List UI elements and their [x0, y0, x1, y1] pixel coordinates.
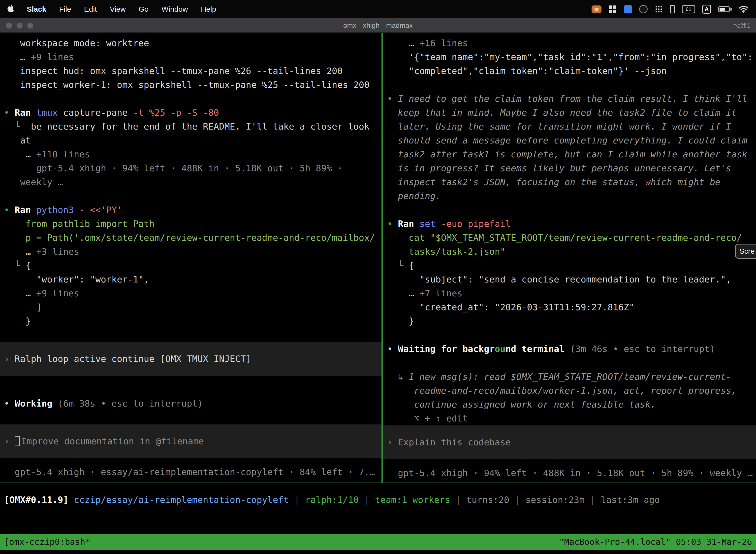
text-segment: +9 lines: [31, 52, 74, 62]
text-segment: readme-and-reco/mailbox/worker-1.json, a…: [387, 385, 737, 396]
window-title: omx --xhigh --madmax: [0, 18, 756, 33]
text-segment: "created_at": "2026-03-31T11:59:27.816Z": [387, 302, 634, 312]
text-segment: set: [420, 219, 441, 229]
text-segment: ou: [495, 344, 505, 354]
utility-icon[interactable]: [670, 4, 675, 15]
text-segment: "worker": "worker-1",: [4, 274, 149, 284]
terminal-line: "subject": "send a concise recommendatio…: [387, 273, 756, 286]
menu-item-edit[interactable]: Edit: [84, 5, 97, 13]
text-segment: …: [4, 246, 36, 257]
text-segment: |: [359, 495, 375, 505]
input-source-icon[interactable]: A: [702, 5, 711, 14]
terminal-line: cat "$OMX_TEAM_STATE_ROOT/team/review-cu…: [387, 231, 756, 245]
text-segment: └: [4, 121, 31, 131]
terminal-line: "created_at": "2026-03-31T11:59:27.816Z": [387, 300, 756, 314]
text-segment: cczip/essay/ai-reimplementation-copyleft: [74, 495, 289, 505]
text-segment: •: [387, 344, 398, 354]
terminal-line: … +3 lines: [4, 245, 381, 259]
right-pane[interactable]: … +16 lines '{"team_name":"my-team","tas…: [383, 33, 756, 483]
terminal-line: [387, 78, 756, 92]
dots-grid-icon[interactable]: [654, 4, 663, 15]
screenshot-popup[interactable]: Scre: [735, 244, 756, 259]
terminal-line: • Ran set -euo pipefail: [387, 217, 756, 231]
text-segment: last:3m ago: [601, 495, 660, 505]
terminal-line: inspect_worker-1: omx sparkshell --tmux-…: [4, 78, 381, 92]
menu-item-go[interactable]: Go: [139, 5, 148, 13]
tmux-session-label: [omx-cczip0:bash*: [4, 537, 90, 547]
text-segment: ›: [4, 436, 15, 446]
terminal-line: [4, 376, 381, 390]
text-segment: |: [509, 495, 525, 505]
battery-icon[interactable]: [718, 4, 732, 15]
text-cursor: [15, 436, 20, 446]
text-segment: inspect_worker-1: omx sparkshell --tmux-…: [4, 80, 370, 90]
text-segment: Waiting for backgr: [398, 344, 495, 354]
text-segment: }: [4, 316, 31, 326]
text-segment: tmux: [36, 107, 63, 118]
screen-recording-icon[interactable]: [591, 5, 602, 13]
menu-app-name[interactable]: Slack: [27, 5, 46, 13]
text-segment: •: [4, 107, 15, 118]
tmux-host-clock: "MacBook-Pro-44.local" 05:03 31-Mar-26: [559, 537, 752, 547]
menubar-status-icons: 61 A: [591, 4, 749, 15]
terminal-line: pending.: [387, 189, 756, 203]
terminal-line: "worker": "worker-1",: [4, 273, 381, 286]
text-segment: …: [4, 288, 36, 298]
text-segment: …: [4, 52, 31, 62]
text-segment: +9 lines: [36, 288, 79, 298]
ralph-loop-input[interactable]: › Ralph loop active continue [OMX_TMUX_I…: [0, 342, 381, 376]
text-segment: workspace_mode: worktree: [4, 38, 149, 48]
terminal-line: [4, 189, 381, 203]
terminal-line: [4, 328, 381, 342]
terminal-line: inspect_hud: omx sparkshell --tmux-pane …: [4, 64, 381, 78]
text-segment: at: [4, 135, 31, 146]
text-segment: I need to get the claim token from the c…: [398, 94, 747, 104]
pane-status-line: gpt-5.4 xhigh · 94% left · 488K in · 5.1…: [387, 466, 756, 480]
menu-item-help[interactable]: Help: [201, 5, 216, 13]
pane-status-line: gpt-5.4 xhigh · essay/ai-reimplementatio…: [4, 465, 381, 479]
terminal-line: later. Using the same for transition mig…: [387, 120, 756, 133]
text-segment: ]: [4, 302, 42, 312]
terminal-line: • I need to get the claim token from the…: [387, 92, 756, 106]
apple-menu[interactable]: [7, 4, 14, 14]
raycast-icon[interactable]: [624, 4, 632, 15]
terminal-line: p = Path('.omx/state/team/review-current…: [4, 231, 381, 245]
terminal-line: └ {: [387, 259, 756, 273]
terminal-line: [4, 458, 381, 465]
tmux-status-bar: [omx-cczip0:bash* "MacBook-Pro-44.local"…: [0, 534, 756, 550]
battery-percentage-icon[interactable]: 61: [682, 5, 695, 13]
menu-item-file[interactable]: File: [59, 5, 71, 13]
text-segment: ↳: [387, 372, 409, 382]
window-grid-icon[interactable]: [609, 4, 617, 15]
terminal-line: └ {: [4, 259, 381, 273]
wifi-icon[interactable]: [739, 4, 749, 15]
text-segment: -t %25 -p -S -80: [133, 107, 219, 118]
terminal-line: readme-and-reco/mailbox/worker-1.json, a…: [387, 384, 756, 398]
window-shortcut-hint: ⌥⌘1: [733, 18, 751, 33]
terminal-line: }: [387, 314, 756, 328]
pane-divider[interactable]: [381, 33, 383, 483]
text-segment: session:23m: [525, 495, 584, 505]
menu-item-view[interactable]: View: [110, 5, 126, 13]
menu-item-window[interactable]: Window: [162, 5, 188, 13]
text-segment: Working: [15, 398, 58, 408]
terminal-line: weekly …: [4, 175, 381, 189]
text-segment: capture-pane: [63, 107, 133, 118]
text-segment: gpt-5.4 xhigh · 94% left · 488K in · 5.1…: [4, 163, 342, 173]
text-segment: task2 after task1 is complete, but can I…: [387, 149, 747, 159]
prompt-suggestion[interactable]: › Explain this codebase: [383, 426, 756, 459]
app-circle-icon[interactable]: [639, 4, 648, 15]
terminal-line: ]: [4, 300, 381, 314]
text-segment: └: [4, 260, 25, 271]
text-segment: •: [387, 219, 398, 229]
text-segment: •: [4, 398, 15, 408]
terminal-line: from pathlib import Path: [4, 217, 381, 231]
left-pane[interactable]: workspace_mode: worktree … +9 lines insp…: [0, 33, 381, 483]
terminal-line: is in progress? It seems likely but perh…: [387, 161, 756, 175]
prompt-input[interactable]: › Improve documentation in @filename: [0, 425, 381, 458]
text-segment: Ran: [15, 107, 36, 118]
terminal-line: … +16 lines: [387, 36, 756, 50]
terminal-line: at: [4, 133, 381, 148]
text-segment: ›: [387, 437, 398, 447]
text-segment: inspect task2's JSON, focusing on the st…: [387, 177, 720, 187]
